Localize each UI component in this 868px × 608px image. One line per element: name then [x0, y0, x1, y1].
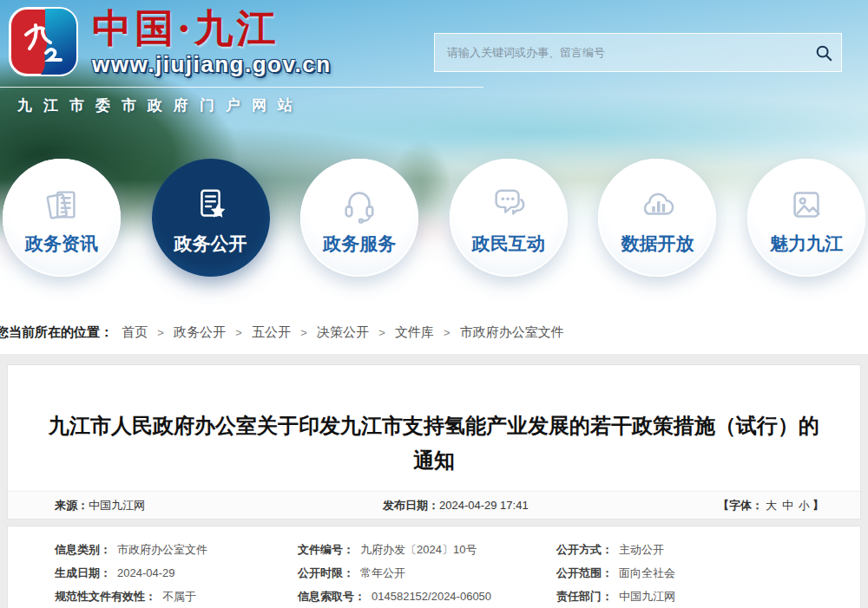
font-size-switcher: 【字体：大中小】: [718, 498, 824, 513]
search-icon: [814, 43, 833, 62]
info-cell: 公开时限：常年公开: [298, 561, 556, 585]
font-size-large[interactable]: 大: [766, 499, 777, 512]
document-info-table: 信息类别：市政府办公室文件 文件编号：九府办发〔2024〕10号 公开方式：主动…: [55, 538, 860, 608]
date-label: 发布日期：: [383, 499, 439, 512]
breadcrumb: 您当前所在的位置： 首页 > 政务公开 > 五公开 > 决策公开 > 文件库 >…: [0, 324, 868, 341]
banner: 中国·九江 www.jiujiang.gov.cn 九江市委市政府门户网站 政务…: [0, 0, 868, 299]
breadcrumb-item-wugongkai[interactable]: 五公开: [252, 324, 291, 339]
source-value: 中国九江网: [89, 499, 145, 512]
site-url: www.jiujiang.gov.cn: [92, 50, 332, 78]
main-nav: 政务资讯 政务公开 政务服务: [0, 159, 868, 277]
info-cell: 责任部门：中国九江网: [556, 585, 860, 608]
info-cell: 信息索取号：014582152/2024-06050: [298, 585, 556, 608]
source-label: 来源：: [55, 499, 89, 512]
article-source: 来源：中国九江网: [55, 498, 383, 513]
nav-label: 魅力九江: [770, 232, 843, 256]
search-button[interactable]: [806, 34, 841, 71]
nav-item-zhengmin-hudong[interactable]: 政民互动: [450, 159, 568, 277]
article-card: 九江市人民政府办公室关于印发九江市支持氢能产业发展的若干政策措施（试行）的通知 …: [7, 364, 861, 520]
site-subtitle: 九江市委市政府门户网站: [17, 95, 304, 115]
nav-label: 数据开放: [621, 232, 694, 256]
nav-label: 政民互动: [472, 232, 545, 256]
breadcrumb-separator: >: [300, 326, 307, 339]
nav-item-zhengwu-fuwu[interactable]: 政务服务: [300, 159, 418, 277]
font-label: 【字体：: [718, 499, 763, 512]
info-cell: 公开方式：主动公开: [556, 538, 860, 561]
news-icon: [42, 180, 82, 225]
site-logo[interactable]: 中国·九江 www.jiujiang.gov.cn: [9, 7, 332, 78]
cloud-chart-icon: [637, 180, 677, 225]
jiujiang-logo-icon: [9, 7, 78, 76]
breadcrumb-bar: 您当前所在的位置： 首页 > 政务公开 > 五公开 > 决策公开 > 文件库 >…: [0, 299, 868, 354]
article-date: 发布日期：2024-04-29 17:41: [383, 498, 718, 513]
headset-icon: [339, 180, 379, 225]
breadcrumb-separator: >: [378, 326, 385, 339]
content-area: 九江市人民政府办公室关于印发九江市支持氢能产业发展的若干政策措施（试行）的通知 …: [0, 354, 868, 608]
breadcrumb-separator: >: [157, 326, 164, 339]
breadcrumb-separator: >: [444, 326, 450, 339]
nav-label: 政务资讯: [25, 232, 98, 256]
breadcrumb-item-zhengwu-gongkai[interactable]: 政务公开: [174, 324, 226, 339]
breadcrumb-item-current[interactable]: 市政府办公室文件: [460, 324, 564, 339]
card-gap: [7, 520, 861, 526]
image-icon: [786, 180, 826, 225]
breadcrumb-item-wenjianku[interactable]: 文件库: [395, 324, 434, 339]
breadcrumb-item-home[interactable]: 首页: [122, 324, 148, 339]
font-size-medium[interactable]: 中: [782, 499, 793, 512]
search-box: [434, 33, 842, 72]
document-star-icon: [191, 180, 231, 225]
date-value: 2024-04-29 17:41: [439, 499, 529, 512]
nav-label: 政务服务: [323, 232, 396, 256]
nav-label: 政务公开: [174, 232, 247, 256]
info-cell: 公开范围：面向全社会: [556, 561, 860, 585]
info-cell: 文件编号：九府办发〔2024〕10号: [298, 538, 556, 561]
document-info-card: 信息类别：市政府办公室文件 文件编号：九府办发〔2024〕10号 公开方式：主动…: [7, 526, 861, 608]
page-title: 九江市人民政府办公室关于印发九江市支持氢能产业发展的若干政策措施（试行）的通知: [8, 365, 860, 491]
nav-item-meili-jiujiang[interactable]: 魅力九江: [747, 159, 865, 277]
info-cell: 规范性文件有效性：不属于: [55, 585, 298, 608]
nav-item-shuju-kaifang[interactable]: 数据开放: [598, 159, 716, 277]
chat-bubbles-icon: [489, 180, 529, 225]
info-cell: 信息类别：市政府办公室文件: [55, 538, 298, 561]
site-name: 中国·九江: [92, 7, 332, 50]
nav-item-zhengwu-zixun[interactable]: 政务资讯: [3, 159, 121, 277]
search-input[interactable]: [435, 34, 806, 71]
font-size-small[interactable]: 小: [799, 499, 810, 512]
article-meta-row: 来源：中国九江网 发布日期：2024-04-29 17:41 【字体：大中小】: [8, 491, 860, 519]
header-divider: [0, 87, 483, 88]
breadcrumb-item-juece-gongkai[interactable]: 决策公开: [317, 324, 369, 339]
breadcrumb-label: 您当前所在的位置：: [0, 324, 113, 339]
info-cell: 生成日期：2024-04-29: [55, 561, 298, 585]
font-label-close: 】: [812, 499, 824, 512]
nav-item-zhengwu-gongkai[interactable]: 政务公开: [152, 159, 270, 277]
breadcrumb-separator: >: [235, 326, 242, 339]
